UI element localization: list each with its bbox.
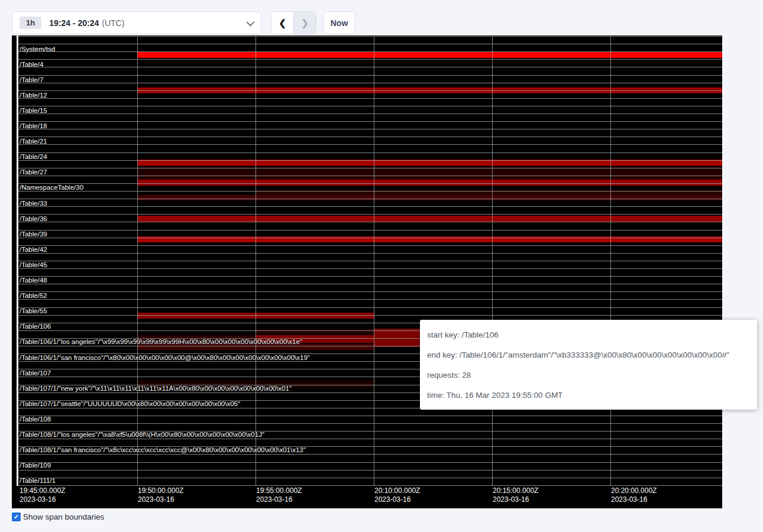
row-label: /Table/7 [20, 76, 43, 84]
row-label: /Table/15 [20, 107, 47, 115]
row-label: /Table/18 [20, 122, 47, 130]
h-gridline [18, 51, 722, 52]
v-gridline [137, 36, 138, 486]
span-boundaries-label: Show span boundaries [23, 512, 104, 521]
row-label: /Table/45 [20, 261, 47, 269]
row-label: /Table/52 [20, 292, 47, 300]
h-gridline [18, 307, 722, 308]
h-gridline [18, 214, 722, 215]
time-range-select[interactable]: 1h 19:24 - 20:24 (UTC) [12, 11, 261, 34]
tooltip-start-key: start key: /Table/106 [427, 325, 750, 345]
time-range-label: 19:24 - 20:24 [49, 18, 99, 28]
tooltip-time: time: Thu, 16 Mar 2023 19:55:00 GMT [427, 385, 750, 406]
x-tick-date: 2023-03-16 [493, 495, 538, 504]
row-label: /System/tsd [20, 46, 55, 53]
now-button[interactable]: Now [323, 11, 355, 34]
h-gridline [18, 106, 722, 106]
h-gridline [18, 470, 722, 471]
row-label: /Table/107 [20, 369, 51, 377]
h-gridline [18, 423, 722, 424]
chevron-right-icon: ❯ [301, 18, 309, 28]
h-gridline [18, 160, 722, 161]
row-label: /Table/109 [20, 462, 51, 469]
heatmap-band[interactable] [137, 52, 722, 58]
row-label: /Table/39 [20, 231, 47, 238]
x-tick-date: 2023-03-16 [374, 495, 420, 504]
v-gridline [256, 36, 256, 486]
heatmap-band[interactable] [137, 173, 722, 180]
row-label: /Table/42 [20, 246, 47, 254]
x-tick-date: 2023-03-16 [256, 495, 302, 504]
x-tick-date: 2023-03-16 [611, 495, 657, 504]
h-gridline [18, 153, 722, 153]
h-gridline [18, 36, 722, 37]
row-label: /Table/107/1/"new york"/"\x11\x11\x11\x1… [20, 385, 292, 392]
h-gridline [18, 268, 722, 269]
h-gridline [18, 90, 722, 91]
h-gridline [18, 238, 722, 238]
h-gridline [18, 199, 722, 199]
h-gridline [18, 168, 722, 168]
x-axis-tick: 20:20:00.000Z2023-03-16 [611, 486, 657, 504]
v-gridline [492, 36, 493, 486]
h-gridline [18, 59, 722, 60]
heatmap-band[interactable] [137, 166, 722, 173]
h-gridline [18, 276, 722, 277]
h-gridline [18, 291, 722, 292]
h-gridline [18, 44, 722, 44]
h-gridline [18, 129, 722, 129]
h-gridline [18, 253, 722, 254]
x-tick-date: 2023-03-16 [138, 495, 183, 504]
h-gridline [18, 315, 722, 316]
x-axis-tick: 19:45:00.000Z2023-03-16 [20, 486, 65, 504]
heatmap-canvas[interactable]: /System/tsd/Table/4/Table/7/Table/12/Tab… [12, 35, 722, 508]
h-gridline [18, 284, 722, 284]
timezone-label: (UTC) [102, 18, 124, 28]
row-label: /Table/108 [20, 416, 51, 423]
x-tick-time: 19:55:00.000Z [256, 486, 302, 495]
row-label: /Table/55 [20, 307, 47, 315]
x-tick-date: 2023-03-16 [20, 495, 65, 504]
heatmap-band[interactable] [137, 216, 722, 222]
h-gridline [18, 485, 722, 486]
span-tooltip: start key: /Table/106 end key: /Table/10… [420, 320, 757, 410]
h-gridline [18, 67, 722, 67]
h-gridline [18, 222, 722, 222]
h-gridline [18, 439, 722, 439]
row-label: /Table/107/1/"seattle"/"UUUUUUD\x00\x80\… [20, 400, 240, 408]
h-gridline [18, 462, 722, 463]
row-label: /Table/111/1 [20, 477, 56, 485]
show-span-boundaries-row[interactable]: ✓ Show span boundaries [12, 512, 104, 521]
h-gridline [18, 176, 722, 176]
x-axis-tick: 19:50:00.000Z2023-03-16 [138, 486, 183, 504]
heatmap-band[interactable] [137, 195, 722, 200]
prev-button[interactable]: ❮ [271, 12, 294, 34]
x-tick-time: 20:15:00.000Z [493, 486, 538, 495]
row-label: /Table/27 [20, 168, 47, 176]
row-label: /Table/48 [20, 277, 47, 284]
tooltip-end-key: end key: /Table/106/1/"amsterdam"/"\xb33… [427, 345, 750, 365]
x-tick-time: 20:10:00.000Z [374, 486, 420, 495]
h-gridline [18, 299, 722, 300]
row-label: /Table/12 [20, 92, 47, 99]
row-label: /Table/106 [20, 323, 51, 330]
check-icon: ✓ [14, 512, 19, 521]
x-tick-time: 19:45:00.000Z [20, 486, 65, 495]
time-nav-group: ❮ ❯ [271, 11, 316, 34]
duration-badge: 1h [20, 17, 41, 29]
h-gridline [18, 261, 722, 261]
h-gridline [18, 478, 722, 478]
row-label: /Table/106/1/"san francisco"/"\x80\x00\x… [20, 354, 310, 362]
h-gridline [18, 245, 722, 246]
heatmap-band[interactable] [256, 329, 374, 335]
h-gridline [18, 454, 722, 455]
h-gridline [18, 206, 722, 207]
row-label: /Table/36 [20, 215, 47, 223]
next-button-disabled[interactable]: ❯ [294, 12, 316, 34]
h-gridline [18, 83, 722, 83]
h-gridline [18, 137, 722, 137]
span-boundaries-checkbox[interactable]: ✓ [12, 512, 21, 521]
row-label: /Table/106/1/"los angeles"/"\x99\x99\x99… [20, 338, 302, 346]
h-gridline [18, 191, 722, 192]
row-label: /Table/21 [20, 138, 47, 145]
